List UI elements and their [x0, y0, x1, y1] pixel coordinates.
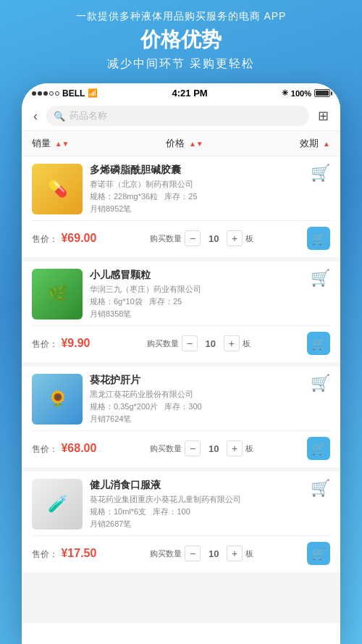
product-company-4: 葵花药业集团重庆小葵花儿童制药有限公司	[90, 494, 303, 505]
qty-minus-2[interactable]: −	[182, 335, 198, 351]
product-name-3: 葵花护肝片	[90, 374, 303, 387]
qty-value-2: 10	[201, 338, 221, 349]
price-section-2: 售价： ¥9.90	[32, 337, 90, 351]
qty-minus-4[interactable]: −	[185, 545, 201, 561]
scan-icon[interactable]: ⊞	[315, 106, 332, 125]
table-header: 销量 ▲▼ 价格 ▲▼ 效期 ▲	[22, 131, 340, 156]
th-price[interactable]: 价格 ▲▼	[83, 137, 287, 150]
battery-label: 100%	[291, 89, 311, 98]
qty-plus-3[interactable]: +	[227, 440, 243, 456]
th-sales[interactable]: 销量 ▲▼	[32, 137, 83, 150]
product-top-4: 🧪 健儿消食口服液 葵花药业集团重庆小葵花儿童制药有限公司 规格：10ml*6支…	[32, 479, 330, 535]
wishlist-icon-2[interactable]: 🛒	[311, 269, 330, 288]
product-company-2: 华润三九（枣庄）药业有限公司	[90, 284, 303, 295]
product-img-4: 🧪	[32, 479, 83, 530]
qty-minus-3[interactable]: −	[185, 440, 201, 456]
add-to-cart-1[interactable]: 🛒	[307, 227, 330, 250]
search-input-wrap[interactable]: 🔍 药品名称	[46, 106, 309, 126]
qty-plus-1[interactable]: +	[227, 230, 243, 246]
battery-icon	[314, 89, 330, 97]
product-top-1: 💊 多烯磷脂酰胆碱胶囊 赛诺菲（北京）制药有限公司 规格：228mg*36粒 库…	[32, 164, 330, 220]
qty-plus-4[interactable]: +	[227, 545, 243, 561]
status-left: BELL 📶	[32, 88, 98, 99]
product-info-3: 葵花护肝片 黑龙江葵花药业股份有限公司 规格：0.35g*200片 库存：300…	[90, 374, 303, 425]
add-to-cart-4[interactable]: 🛒	[307, 542, 330, 565]
add-to-cart-2[interactable]: 🛒	[307, 332, 330, 355]
qty-value-1: 10	[203, 233, 224, 244]
price-section-4: 售价： ¥17.50	[32, 547, 96, 561]
product-company-3: 黑龙江葵花药业股份有限公司	[90, 389, 303, 400]
price-section-1: 售价： ¥69.00	[32, 232, 96, 246]
search-bar: ‹ 🔍 药品名称 ⊞	[22, 101, 340, 131]
product-bottom-2: 售价： ¥9.90 购买数量 − 10 + 板 🛒	[32, 325, 330, 355]
qty-controls-4: 购买数量 − 10 + 板	[150, 545, 253, 561]
dot1	[32, 91, 36, 96]
dot2	[38, 91, 42, 96]
product-info-4: 健儿消食口服液 葵花药业集团重庆小葵花儿童制药有限公司 规格：10ml*6支 库…	[90, 479, 303, 530]
qty-value-4: 10	[203, 548, 224, 559]
banner-title: 价格优势	[7, 26, 355, 54]
qty-controls-2: 购买数量 − 10 + 板	[147, 335, 251, 351]
price-section-3: 售价： ¥68.00	[32, 442, 96, 456]
price-sort-icon: ▲▼	[189, 140, 203, 148]
cart-btn-icon-1: 🛒	[311, 232, 326, 246]
th-period[interactable]: 效期 ▲	[287, 137, 330, 150]
qty-controls-3: 购买数量 − 10 + 板	[150, 440, 253, 456]
product-sales-3: 月销7624笔	[90, 414, 303, 425]
product-spec-1: 规格：228mg*36粒 库存：25	[90, 191, 303, 202]
banner-section: 一款提供多种液体用品购买服务的电商 APP 价格优势 减少中间环节 采购更轻松	[0, 0, 362, 76]
product-spec-3: 规格：0.35g*200片 库存：300	[90, 401, 303, 412]
sales-sort-icon: ▲▼	[55, 140, 70, 148]
price-value-2: ¥9.90	[61, 337, 90, 349]
product-company-1: 赛诺菲（北京）制药有限公司	[90, 179, 303, 190]
wishlist-icon-3[interactable]: 🛒	[311, 374, 330, 393]
product-image-yellow: 💊	[32, 164, 83, 214]
wishlist-icon-1[interactable]: 🛒	[311, 164, 330, 183]
wishlist-icon-4[interactable]: 🛒	[311, 479, 330, 498]
qty-unit-3: 板	[245, 443, 253, 454]
cart-btn-icon-2: 🛒	[311, 337, 326, 351]
cart-btn-icon-4: 🛒	[311, 547, 326, 561]
signal-dots	[32, 91, 59, 96]
qty-unit-2: 板	[243, 338, 251, 349]
phone-frame: BELL 📶 4:21 PM ✳ 100% ‹ 🔍 药品名称 ⊞ 销量 ▲▼ 价…	[22, 83, 340, 644]
period-sort-icon: ▲	[323, 140, 330, 148]
product-card-1: 💊 多烯磷脂酰胆碱胶囊 赛诺菲（北京）制药有限公司 规格：228mg*36粒 库…	[22, 156, 340, 257]
dot5	[55, 91, 59, 96]
back-button[interactable]: ‹	[30, 107, 41, 125]
banner-line1: 一款提供多种液体用品购买服务的电商 APP	[7, 10, 355, 23]
product-image-white: 🧪	[32, 479, 83, 530]
qty-value-3: 10	[203, 443, 224, 454]
add-to-cart-3[interactable]: 🛒	[307, 437, 330, 460]
banner-subtitle: 减少中间环节 采购更轻松	[7, 57, 355, 72]
product-name-2: 小儿感冒颗粒	[90, 269, 303, 282]
product-image-blue: 🌻	[32, 374, 83, 425]
product-top-3: 🌻 葵花护肝片 黑龙江葵花药业股份有限公司 规格：0.35g*200片 库存：3…	[32, 374, 330, 430]
product-list: 💊 多烯磷脂酰胆碱胶囊 赛诺菲（北京）制药有限公司 规格：228mg*36粒 库…	[22, 156, 340, 623]
product-sales-1: 月销8952笔	[90, 204, 303, 214]
status-time: 4:21 PM	[172, 88, 208, 99]
product-sales-4: 月销2687笔	[90, 519, 303, 530]
carrier-label: BELL	[62, 88, 85, 99]
product-card-3: 🌻 葵花护肝片 黑龙江葵花药业股份有限公司 规格：0.35g*200片 库存：3…	[22, 367, 340, 467]
product-bottom-3: 售价： ¥68.00 购买数量 − 10 + 板 🛒	[32, 430, 330, 460]
product-info-1: 多烯磷脂酰胆碱胶囊 赛诺菲（北京）制药有限公司 规格：228mg*36粒 库存：…	[90, 164, 303, 214]
qty-minus-1[interactable]: −	[185, 230, 201, 246]
qty-unit-1: 板	[245, 233, 253, 244]
dot3	[43, 91, 48, 96]
wifi-icon: 📶	[88, 88, 98, 98]
product-card-4: 🧪 健儿消食口服液 葵花药业集团重庆小葵花儿童制药有限公司 规格：10ml*6支…	[22, 472, 340, 572]
status-right: ✳ 100%	[282, 88, 330, 98]
search-placeholder: 药品名称	[70, 109, 107, 122]
dot4	[49, 91, 54, 96]
search-icon: 🔍	[54, 111, 65, 122]
product-spec-4: 规格：10ml*6支 库存：100	[90, 506, 303, 517]
price-value-1: ¥69.00	[61, 232, 96, 244]
product-img-2: 🌿	[32, 269, 83, 319]
cart-btn-icon-3: 🛒	[311, 442, 326, 456]
product-sales-2: 月销8358笔	[90, 309, 303, 319]
qty-unit-4: 板	[245, 548, 253, 559]
product-image-green: 🌿	[32, 269, 83, 319]
qty-plus-2[interactable]: +	[224, 335, 240, 351]
product-img-1: 💊	[32, 164, 83, 214]
